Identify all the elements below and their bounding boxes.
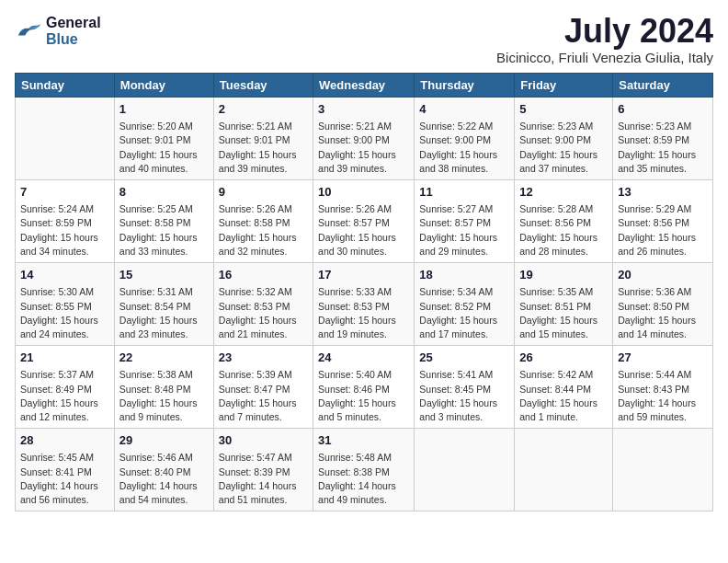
calendar-cell: 29Sunrise: 5:46 AM Sunset: 8:40 PM Dayli… <box>114 429 213 511</box>
day-number: 27 <box>618 350 708 366</box>
day-number: 24 <box>318 350 409 366</box>
day-number: 22 <box>119 350 209 366</box>
day-number: 17 <box>318 267 409 283</box>
calendar-cell <box>515 429 613 511</box>
calendar-cell: 14Sunrise: 5:30 AM Sunset: 8:55 PM Dayli… <box>16 263 115 346</box>
day-number: 2 <box>219 101 308 118</box>
day-number: 18 <box>419 267 509 283</box>
day-number: 4 <box>419 101 509 118</box>
calendar-week-row: 14Sunrise: 5:30 AM Sunset: 8:55 PM Dayli… <box>16 263 713 346</box>
day-info: Sunrise: 5:25 AM Sunset: 8:58 PM Dayligh… <box>119 202 209 259</box>
location-title: Bicinicco, Friuli Venezia Giulia, Italy <box>496 50 713 65</box>
day-number: 26 <box>519 350 608 366</box>
day-info: Sunrise: 5:23 AM Sunset: 9:00 PM Dayligh… <box>519 120 608 176</box>
calendar-cell: 11Sunrise: 5:27 AM Sunset: 8:57 PM Dayli… <box>415 180 515 263</box>
calendar-cell: 10Sunrise: 5:26 AM Sunset: 8:57 PM Dayli… <box>313 180 415 263</box>
calendar-cell: 2Sunrise: 5:21 AM Sunset: 9:01 PM Daylig… <box>213 98 313 180</box>
calendar-cell: 13Sunrise: 5:29 AM Sunset: 8:56 PM Dayli… <box>613 180 713 263</box>
day-info: Sunrise: 5:23 AM Sunset: 8:59 PM Dayligh… <box>618 120 708 176</box>
calendar-cell: 12Sunrise: 5:28 AM Sunset: 8:56 PM Dayli… <box>515 180 613 263</box>
day-number: 5 <box>519 101 608 118</box>
weekday-header-monday: Monday <box>114 74 213 98</box>
day-info: Sunrise: 5:27 AM Sunset: 8:57 PM Dayligh… <box>419 202 509 259</box>
day-number: 19 <box>519 267 608 283</box>
calendar-week-row: 28Sunrise: 5:45 AM Sunset: 8:41 PM Dayli… <box>16 429 713 511</box>
day-info: Sunrise: 5:22 AM Sunset: 9:00 PM Dayligh… <box>419 120 509 176</box>
calendar-week-row: 1Sunrise: 5:20 AM Sunset: 9:01 PM Daylig… <box>16 98 713 180</box>
calendar-cell: 1Sunrise: 5:20 AM Sunset: 9:01 PM Daylig… <box>114 98 213 180</box>
day-info: Sunrise: 5:21 AM Sunset: 9:01 PM Dayligh… <box>219 120 308 176</box>
day-info: Sunrise: 5:20 AM Sunset: 9:01 PM Dayligh… <box>119 120 209 176</box>
day-info: Sunrise: 5:39 AM Sunset: 8:47 PM Dayligh… <box>219 368 308 424</box>
calendar-cell: 30Sunrise: 5:47 AM Sunset: 8:39 PM Dayli… <box>213 429 313 511</box>
day-info: Sunrise: 5:47 AM Sunset: 8:39 PM Dayligh… <box>219 451 308 507</box>
day-info: Sunrise: 5:24 AM Sunset: 8:59 PM Dayligh… <box>20 202 109 259</box>
calendar-cell: 20Sunrise: 5:36 AM Sunset: 8:50 PM Dayli… <box>613 263 713 346</box>
day-number: 21 <box>20 350 109 366</box>
calendar-cell: 16Sunrise: 5:32 AM Sunset: 8:53 PM Dayli… <box>213 263 313 346</box>
day-info: Sunrise: 5:37 AM Sunset: 8:49 PM Dayligh… <box>20 368 109 424</box>
day-info: Sunrise: 5:36 AM Sunset: 8:50 PM Dayligh… <box>618 285 708 341</box>
weekday-header-saturday: Saturday <box>613 74 713 98</box>
logo: General Blue <box>15 15 101 48</box>
day-info: Sunrise: 5:48 AM Sunset: 8:38 PM Dayligh… <box>318 451 409 507</box>
day-number: 1 <box>119 101 209 118</box>
day-info: Sunrise: 5:42 AM Sunset: 8:44 PM Dayligh… <box>519 368 608 424</box>
day-number: 6 <box>618 101 708 118</box>
calendar-week-row: 21Sunrise: 5:37 AM Sunset: 8:49 PM Dayli… <box>16 346 713 429</box>
day-number: 31 <box>318 432 409 449</box>
day-info: Sunrise: 5:26 AM Sunset: 8:58 PM Dayligh… <box>219 202 308 259</box>
calendar-cell: 22Sunrise: 5:38 AM Sunset: 8:48 PM Dayli… <box>114 346 213 429</box>
weekday-header-wednesday: Wednesday <box>313 74 415 98</box>
calendar-cell: 3Sunrise: 5:21 AM Sunset: 9:00 PM Daylig… <box>313 98 415 180</box>
title-block: July 2024 Bicinicco, Friuli Venezia Giul… <box>496 15 713 65</box>
day-info: Sunrise: 5:35 AM Sunset: 8:51 PM Dayligh… <box>519 285 608 341</box>
calendar-cell: 9Sunrise: 5:26 AM Sunset: 8:58 PM Daylig… <box>213 180 313 263</box>
calendar-cell <box>16 98 115 180</box>
day-info: Sunrise: 5:44 AM Sunset: 8:43 PM Dayligh… <box>618 368 708 424</box>
calendar-cell: 24Sunrise: 5:40 AM Sunset: 8:46 PM Dayli… <box>313 346 415 429</box>
day-number: 7 <box>20 184 109 201</box>
day-info: Sunrise: 5:46 AM Sunset: 8:40 PM Dayligh… <box>119 451 209 507</box>
day-info: Sunrise: 5:38 AM Sunset: 8:48 PM Dayligh… <box>119 368 209 424</box>
calendar-cell <box>415 429 515 511</box>
day-info: Sunrise: 5:41 AM Sunset: 8:45 PM Dayligh… <box>419 368 509 424</box>
day-number: 23 <box>219 350 308 366</box>
day-number: 29 <box>119 432 209 449</box>
calendar-cell: 27Sunrise: 5:44 AM Sunset: 8:43 PM Dayli… <box>613 346 713 429</box>
day-number: 11 <box>419 184 509 201</box>
day-number: 20 <box>618 267 708 283</box>
day-number: 28 <box>20 432 109 449</box>
weekday-header-friday: Friday <box>515 74 613 98</box>
day-info: Sunrise: 5:40 AM Sunset: 8:46 PM Dayligh… <box>318 368 409 424</box>
day-number: 14 <box>20 267 109 283</box>
calendar-cell: 17Sunrise: 5:33 AM Sunset: 8:53 PM Dayli… <box>313 263 415 346</box>
day-number: 10 <box>318 184 409 201</box>
calendar-header-row: SundayMondayTuesdayWednesdayThursdayFrid… <box>16 74 713 98</box>
day-info: Sunrise: 5:29 AM Sunset: 8:56 PM Dayligh… <box>618 202 708 259</box>
weekday-header-thursday: Thursday <box>415 74 515 98</box>
weekday-header-tuesday: Tuesday <box>213 74 313 98</box>
day-number: 25 <box>419 350 509 366</box>
day-info: Sunrise: 5:34 AM Sunset: 8:52 PM Dayligh… <box>419 285 509 341</box>
day-number: 15 <box>119 267 209 283</box>
logo-text: General Blue <box>46 15 101 48</box>
calendar-cell: 8Sunrise: 5:25 AM Sunset: 8:58 PM Daylig… <box>114 180 213 263</box>
month-title: July 2024 <box>496 15 713 48</box>
logo-icon <box>15 20 42 42</box>
calendar-cell: 25Sunrise: 5:41 AM Sunset: 8:45 PM Dayli… <box>415 346 515 429</box>
calendar-cell: 23Sunrise: 5:39 AM Sunset: 8:47 PM Dayli… <box>213 346 313 429</box>
calendar-cell: 19Sunrise: 5:35 AM Sunset: 8:51 PM Dayli… <box>515 263 613 346</box>
calendar-cell: 5Sunrise: 5:23 AM Sunset: 9:00 PM Daylig… <box>515 98 613 180</box>
day-number: 16 <box>219 267 308 283</box>
day-info: Sunrise: 5:45 AM Sunset: 8:41 PM Dayligh… <box>20 451 109 507</box>
day-info: Sunrise: 5:30 AM Sunset: 8:55 PM Dayligh… <box>20 285 109 341</box>
day-number: 13 <box>618 184 708 201</box>
day-info: Sunrise: 5:32 AM Sunset: 8:53 PM Dayligh… <box>219 285 308 341</box>
day-info: Sunrise: 5:21 AM Sunset: 9:00 PM Dayligh… <box>318 120 409 176</box>
calendar-cell: 15Sunrise: 5:31 AM Sunset: 8:54 PM Dayli… <box>114 263 213 346</box>
calendar-cell: 26Sunrise: 5:42 AM Sunset: 8:44 PM Dayli… <box>515 346 613 429</box>
day-info: Sunrise: 5:33 AM Sunset: 8:53 PM Dayligh… <box>318 285 409 341</box>
day-number: 9 <box>219 184 308 201</box>
weekday-header-sunday: Sunday <box>16 74 115 98</box>
